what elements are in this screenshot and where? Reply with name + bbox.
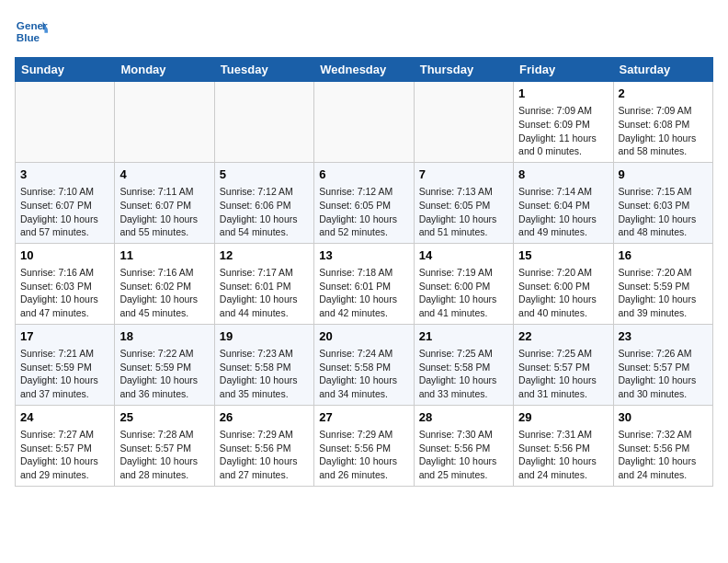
page-header: General Blue [15,15,713,48]
calendar-cell: 4Sunrise: 7:11 AM Sunset: 6:07 PM Daylig… [115,162,214,243]
day-info: Sunrise: 7:09 AM Sunset: 6:09 PM Dayligh… [518,104,608,158]
day-number: 20 [319,328,408,345]
day-info: Sunrise: 7:32 AM Sunset: 5:56 PM Dayligh… [619,428,708,482]
day-number: 14 [419,247,508,264]
logo-icon: General Blue [15,15,48,48]
calendar-cell: 12Sunrise: 7:17 AM Sunset: 6:01 PM Dayli… [214,243,313,324]
day-info: Sunrise: 7:10 AM Sunset: 6:07 PM Dayligh… [20,185,109,239]
day-number: 1 [518,86,608,102]
calendar-cell: 20Sunrise: 7:24 AM Sunset: 5:58 PM Dayli… [314,324,414,405]
day-number: 5 [220,167,309,183]
day-info: Sunrise: 7:22 AM Sunset: 5:59 PM Dayligh… [119,347,209,401]
day-info: Sunrise: 7:20 AM Sunset: 6:00 PM Dayligh… [518,266,608,320]
day-number: 11 [119,247,209,264]
weekday-thursday: Thursday [414,58,513,82]
day-info: Sunrise: 7:27 AM Sunset: 5:57 PM Dayligh… [20,428,109,482]
day-number: 12 [220,247,309,264]
calendar-cell: 30Sunrise: 7:32 AM Sunset: 5:56 PM Dayli… [613,405,712,486]
day-number: 3 [20,167,109,183]
calendar-cell: 13Sunrise: 7:18 AM Sunset: 6:01 PM Dayli… [314,243,414,324]
calendar-cell: 19Sunrise: 7:23 AM Sunset: 5:58 PM Dayli… [214,324,313,405]
day-info: Sunrise: 7:26 AM Sunset: 5:57 PM Dayligh… [619,347,708,401]
logo: General Blue [15,15,51,48]
day-number: 19 [220,328,309,345]
day-info: Sunrise: 7:28 AM Sunset: 5:57 PM Dayligh… [119,428,209,482]
calendar-cell: 23Sunrise: 7:26 AM Sunset: 5:57 PM Dayli… [613,324,712,405]
day-info: Sunrise: 7:23 AM Sunset: 5:58 PM Dayligh… [220,347,309,401]
day-info: Sunrise: 7:16 AM Sunset: 6:03 PM Dayligh… [20,266,109,320]
day-number: 25 [119,409,209,426]
day-number: 10 [20,247,109,264]
day-number: 30 [619,409,708,426]
weekday-tuesday: Tuesday [214,58,313,82]
day-info: Sunrise: 7:25 AM Sunset: 5:57 PM Dayligh… [518,347,608,401]
day-number: 15 [518,247,608,264]
day-number: 8 [518,167,608,183]
day-info: Sunrise: 7:31 AM Sunset: 5:56 PM Dayligh… [518,428,608,482]
day-info: Sunrise: 7:11 AM Sunset: 6:07 PM Dayligh… [119,185,209,239]
day-info: Sunrise: 7:24 AM Sunset: 5:58 PM Dayligh… [319,347,408,401]
calendar-cell: 27Sunrise: 7:29 AM Sunset: 5:56 PM Dayli… [314,405,414,486]
day-number: 24 [20,409,109,426]
day-info: Sunrise: 7:12 AM Sunset: 6:06 PM Dayligh… [220,185,309,239]
calendar-cell [314,82,414,163]
day-info: Sunrise: 7:16 AM Sunset: 6:02 PM Dayligh… [119,266,209,320]
weekday-header-row: SundayMondayTuesdayWednesdayThursdayFrid… [16,58,713,82]
day-info: Sunrise: 7:18 AM Sunset: 6:01 PM Dayligh… [319,266,408,320]
calendar-cell: 9Sunrise: 7:15 AM Sunset: 6:03 PM Daylig… [613,162,712,243]
day-number: 2 [619,86,708,102]
week-row-1: 1Sunrise: 7:09 AM Sunset: 6:09 PM Daylig… [16,82,713,163]
day-number: 18 [119,328,209,345]
day-number: 27 [319,409,408,426]
weekday-sunday: Sunday [16,58,115,82]
week-row-2: 3Sunrise: 7:10 AM Sunset: 6:07 PM Daylig… [16,162,713,243]
calendar-cell: 8Sunrise: 7:14 AM Sunset: 6:04 PM Daylig… [514,162,613,243]
calendar-cell: 11Sunrise: 7:16 AM Sunset: 6:02 PM Dayli… [115,243,214,324]
day-info: Sunrise: 7:15 AM Sunset: 6:03 PM Dayligh… [619,185,708,239]
day-info: Sunrise: 7:20 AM Sunset: 5:59 PM Dayligh… [619,266,708,320]
week-row-4: 17Sunrise: 7:21 AM Sunset: 5:59 PM Dayli… [16,324,713,405]
week-row-5: 24Sunrise: 7:27 AM Sunset: 5:57 PM Dayli… [16,405,713,486]
day-number: 21 [419,328,508,345]
calendar-cell: 24Sunrise: 7:27 AM Sunset: 5:57 PM Dayli… [16,405,115,486]
day-number: 7 [419,167,508,183]
day-info: Sunrise: 7:25 AM Sunset: 5:58 PM Dayligh… [419,347,508,401]
calendar-cell: 18Sunrise: 7:22 AM Sunset: 5:59 PM Dayli… [115,324,214,405]
day-number: 29 [518,409,608,426]
day-number: 13 [319,247,408,264]
day-info: Sunrise: 7:13 AM Sunset: 6:05 PM Dayligh… [419,185,508,239]
day-info: Sunrise: 7:30 AM Sunset: 5:56 PM Dayligh… [419,428,508,482]
calendar-cell [214,82,313,163]
day-info: Sunrise: 7:17 AM Sunset: 6:01 PM Dayligh… [220,266,309,320]
calendar-cell: 10Sunrise: 7:16 AM Sunset: 6:03 PM Dayli… [16,243,115,324]
calendar-cell: 26Sunrise: 7:29 AM Sunset: 5:56 PM Dayli… [214,405,313,486]
day-info: Sunrise: 7:29 AM Sunset: 5:56 PM Dayligh… [220,428,309,482]
day-number: 16 [619,247,708,264]
calendar-cell: 17Sunrise: 7:21 AM Sunset: 5:59 PM Dayli… [16,324,115,405]
weekday-saturday: Saturday [613,58,712,82]
weekday-friday: Friday [514,58,613,82]
calendar-cell: 15Sunrise: 7:20 AM Sunset: 6:00 PM Dayli… [514,243,613,324]
day-info: Sunrise: 7:12 AM Sunset: 6:05 PM Dayligh… [319,185,408,239]
day-number: 17 [20,328,109,345]
calendar-table: SundayMondayTuesdayWednesdayThursdayFrid… [15,57,713,487]
day-info: Sunrise: 7:19 AM Sunset: 6:00 PM Dayligh… [419,266,508,320]
day-number: 23 [619,328,708,345]
day-number: 26 [220,409,309,426]
weekday-monday: Monday [115,58,214,82]
day-info: Sunrise: 7:09 AM Sunset: 6:08 PM Dayligh… [619,104,708,158]
day-info: Sunrise: 7:14 AM Sunset: 6:04 PM Dayligh… [518,185,608,239]
weekday-wednesday: Wednesday [314,58,414,82]
calendar-cell: 5Sunrise: 7:12 AM Sunset: 6:06 PM Daylig… [214,162,313,243]
day-number: 9 [619,167,708,183]
calendar-cell: 29Sunrise: 7:31 AM Sunset: 5:56 PM Dayli… [514,405,613,486]
calendar-cell: 3Sunrise: 7:10 AM Sunset: 6:07 PM Daylig… [16,162,115,243]
day-number: 4 [119,167,209,183]
calendar-cell [115,82,214,163]
calendar-cell [414,82,513,163]
calendar-cell: 6Sunrise: 7:12 AM Sunset: 6:05 PM Daylig… [314,162,414,243]
day-number: 6 [319,167,408,183]
svg-text:Blue: Blue [17,31,40,43]
calendar-cell: 7Sunrise: 7:13 AM Sunset: 6:05 PM Daylig… [414,162,513,243]
calendar-cell: 22Sunrise: 7:25 AM Sunset: 5:57 PM Dayli… [514,324,613,405]
